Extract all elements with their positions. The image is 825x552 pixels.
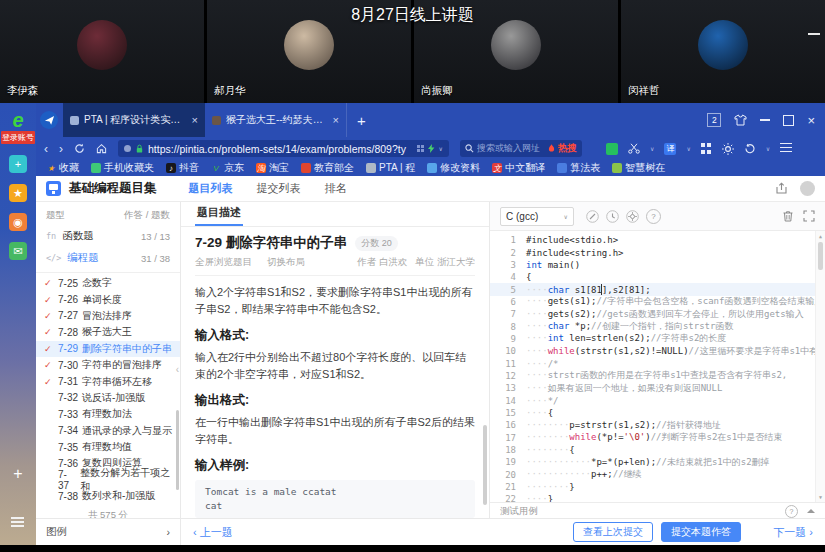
trash-icon[interactable] [782,210,794,223]
apps-grid-icon[interactable] [701,143,712,154]
new-tab-button[interactable]: + [357,112,366,129]
bookmark-item[interactable]: 修改资料 [427,161,480,175]
search-placeholder[interactable]: 搜索或输入网址 [477,142,545,155]
code-area[interactable]: 1 #include<stdio.h> 2 #include<string.h> [490,231,825,502]
problem-row[interactable]: ✓ 7-34 通讯录的录入与显示 [36,423,180,439]
view-last-submission-button[interactable]: 查看上次提交 [573,522,653,542]
fullscreen-icon[interactable] [803,210,815,222]
translate-icon[interactable]: 译 [664,143,676,155]
bookmark-item[interactable]: 算法表 [557,161,600,175]
code-line[interactable]: 20 ············p++;//继续 [490,469,825,481]
legend-bar[interactable]: 图例 › [36,519,181,545]
site-info-icon[interactable] [124,145,131,152]
collapse-sidebar-icon[interactable]: ‹ [176,364,179,375]
code-line[interactable]: 2 #include<string.h> [490,246,825,258]
code-line[interactable]: 21 ········} [490,481,825,493]
code-line[interactable]: 18 ········{ [490,444,825,456]
browser-logo-icon[interactable] [40,111,58,129]
url-text[interactable]: https://pintia.cn/problem-sets/14/exam/p… [148,143,413,155]
main-menu-icon[interactable] [780,143,792,155]
tab-problem-description[interactable]: 题目描述 [195,202,243,226]
refresh-icon[interactable] [74,143,85,154]
restore-window-button[interactable] [783,115,794,126]
code-line[interactable]: 19 ············*p=*(p+len);//未结束就把s1中的s2… [490,456,825,468]
code-line[interactable]: 16 ········p=strstr(s1,s2);//指针获得地址 [490,419,825,431]
code-line[interactable]: 14 ····*/ [490,394,825,406]
language-select[interactable]: C (gcc) ∨ [500,207,574,226]
scroll-thumb[interactable] [818,242,823,270]
bookmark-item[interactable]: 文 中文翻译 [492,161,545,175]
problem-row[interactable]: ✓ 7-25 念数字 [36,275,180,291]
minimize-meeting-button[interactable] [808,33,820,35]
history-clock-icon[interactable] [606,210,619,223]
browser-tab[interactable]: 猴子选大王--约瑟夫问题浅析 - × [205,103,347,137]
submit-answer-button[interactable]: 提交本题作答 [661,522,741,542]
sidebar-tool-icon[interactable]: ★ [9,184,27,202]
code-line[interactable]: 10 ····while(strstr(s1,s2)!=NULL)//这里循环要… [490,345,825,357]
minimize-window-button[interactable] [760,119,770,121]
home-icon[interactable] [96,143,107,154]
settings-gear-icon[interactable] [626,210,639,223]
pta-nav-item[interactable]: 题目列表 [189,181,233,196]
window-count-badge[interactable]: 2 [707,113,721,127]
code-line[interactable]: 12 ····strstr函数的作用是在字符串s1中查找是否含有字符串s2, [490,370,825,382]
problem-row[interactable]: ✓ 7-26 单词长度 [36,291,180,307]
problem-list-scrollbar[interactable] [176,410,179,490]
code-line[interactable]: 3 int main() [490,259,825,271]
bookmark-item[interactable]: 智慧树在 [612,161,665,175]
group-function-problems[interactable]: fn 函数题 13 / 13 [36,225,180,247]
browser-account-logo[interactable]: e [12,110,23,130]
tab-close-icon[interactable]: × [333,114,339,126]
rail-add-button[interactable]: + [0,465,36,483]
bookmark-item[interactable]: 教育部全 [301,161,354,175]
fullscreen-link[interactable]: 全屏浏览题目 [195,256,252,267]
scroll-down-icon[interactable]: ▼ [817,494,824,500]
problem-row[interactable]: ✓ 7-29 删除字符串中的子串 [36,341,180,357]
code-line[interactable]: 8 ····char *p;//创建一个指针，指向strstr函数 [490,320,825,332]
bookmark-item[interactable]: 手机收藏夹 [91,161,154,175]
bookmark-item[interactable]: V 京东 [211,161,244,175]
sidebar-tool-icon[interactable]: ◉ [9,213,27,231]
close-window-button[interactable]: × [807,113,815,128]
code-line[interactable]: 5 ····char s1[81],s2[81]; [490,283,825,295]
problem-row[interactable]: ✓ 7-28 猴子选大王 [36,324,180,340]
back-button[interactable]: ‹ [44,143,48,155]
bookmark-item[interactable]: ♪ 抖音 [166,161,199,175]
hot-search-label[interactable]: 热搜 [558,142,577,155]
group-programming-problems[interactable]: </> 编程题 31 / 38 [36,247,180,269]
export-icon[interactable] [775,182,788,195]
user-avatar[interactable] [800,181,815,196]
problem-row[interactable]: ✓ 7-37 整数分解为若干项之和 [36,472,180,488]
previous-problem-link[interactable]: ‹ 上一题 [193,525,233,540]
chevron-down-icon[interactable]: ∨ [439,145,443,152]
code-line[interactable]: 15 ····{ [490,407,825,419]
sidebar-tool-icon[interactable]: ✉ [9,242,27,260]
code-line[interactable]: 17 ········while(*p!='\0')//判断字符串s2在s1中是… [490,432,825,444]
collapse-up-icon[interactable] [807,509,815,513]
chevron-down-icon[interactable]: ∨ [766,145,770,152]
code-line[interactable]: 4 { [490,271,825,283]
description-scrollbar[interactable] [483,425,487,505]
bookmark-item[interactable]: 淘 淘宝 [256,161,289,175]
rail-menu-icon[interactable] [11,517,24,529]
reader-mode-icon[interactable] [417,145,424,152]
code-line[interactable]: 13 ····如果有返回一个地址，如果没有则返回NULL [490,382,825,394]
problem-row[interactable]: ✓ 7-33 有理数加法 [36,406,180,422]
problem-row[interactable]: ✓ 7-31 字符串循环左移 [36,373,180,389]
problem-row[interactable]: ✓ 7-30 字符串的冒泡排序 [36,357,180,373]
code-line[interactable]: 11 ····/* [490,357,825,369]
url-field[interactable]: https://pintia.cn/problem-sets/14/exam/p… [118,140,449,157]
login-badge[interactable]: 登录账号 [1,131,35,144]
testcase-bar[interactable]: 测试用例 ? [490,502,825,519]
forward-button[interactable]: › [59,143,63,155]
code-line[interactable]: 9 ····int len=strlen(s2);//字符串s2的长度 [490,333,825,345]
format-wand-icon[interactable] [586,210,599,223]
scroll-up-icon[interactable]: ▲ [817,233,824,239]
chevron-down-icon[interactable]: ∨ [686,145,690,152]
tab-close-icon[interactable]: × [192,114,198,126]
problem-row[interactable]: ✓ 7-32 说反话-加强版 [36,390,180,406]
code-line[interactable]: 1 #include<stdio.h> [490,234,825,246]
code-line[interactable]: 6 ····gets(s1);//字符串中会包含空格，scanf函数遇到空格会结… [490,296,825,308]
screenshot-scissors-icon[interactable] [628,143,640,154]
help-icon[interactable]: ? [646,209,661,224]
